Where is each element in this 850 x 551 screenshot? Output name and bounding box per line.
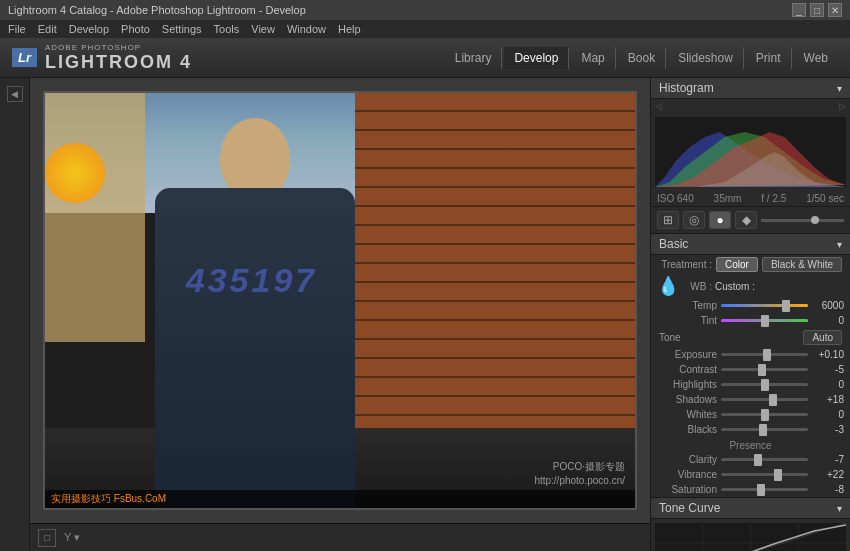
treatment-label: Treatment :: [657, 259, 712, 270]
tint-value: 0: [812, 315, 844, 326]
clarity-label: Clarity: [657, 454, 717, 465]
exposure-label: Exposure: [657, 349, 717, 360]
highlights-row: Highlights 0: [651, 377, 850, 392]
menu-window[interactable]: Window: [287, 23, 326, 35]
histogram-header[interactable]: Histogram ▾: [651, 78, 850, 99]
redeye-tool[interactable]: ●: [709, 211, 731, 229]
tab-develop[interactable]: Develop: [504, 47, 569, 69]
blacks-slider[interactable]: [721, 428, 808, 431]
highlights-thumb: [761, 379, 769, 391]
tint-row: Tint 0: [651, 313, 850, 328]
whites-row: Whites 0: [651, 407, 850, 422]
saturation-label: Saturation: [657, 484, 717, 495]
app-header: Lr ADOBE PHOTOSHOP LIGHTROOM 4 Library D…: [0, 38, 850, 78]
tab-web[interactable]: Web: [794, 47, 838, 69]
basic-header[interactable]: Basic ▾: [651, 234, 850, 255]
tint-slider[interactable]: [721, 319, 808, 322]
photo-display: 435197 POCO·摄影专题 http://photo.poco.cn/ 实…: [45, 93, 635, 508]
logo-area: Lr ADOBE PHOTOSHOP LIGHTROOM 4: [12, 43, 192, 73]
window-controls[interactable]: _ □ ✕: [792, 3, 842, 17]
contrast-label: Contrast: [657, 364, 717, 375]
minimize-button[interactable]: _: [792, 3, 806, 17]
tab-book[interactable]: Book: [618, 47, 666, 69]
whites-value: 0: [812, 409, 844, 420]
saturation-thumb: [757, 484, 765, 496]
temp-slider[interactable]: [721, 304, 808, 307]
shadows-slider[interactable]: [721, 398, 808, 401]
exposure-value: +0.10: [812, 349, 844, 360]
nav-tabs[interactable]: Library Develop Map Book Slideshow Print…: [445, 47, 838, 69]
bw-button[interactable]: Black & White: [762, 257, 842, 272]
basic-arrow: ▾: [837, 239, 842, 250]
shutter-value: 1/50 sec: [806, 193, 844, 204]
vibrance-row: Vibrance +22: [651, 467, 850, 482]
tint-label: Tint: [657, 315, 717, 326]
color-button[interactable]: Color: [716, 257, 758, 272]
grad-filter-tool[interactable]: ◆: [735, 211, 757, 229]
tone-curve-svg: [655, 523, 846, 551]
whites-slider[interactable]: [721, 413, 808, 416]
tool-slider-container: [761, 219, 844, 222]
contrast-value: -5: [812, 364, 844, 375]
wb-row: 💧 WB : Custom :: [651, 274, 850, 298]
menu-view[interactable]: View: [251, 23, 275, 35]
histogram-svg: [655, 117, 846, 187]
building-left: [45, 93, 145, 342]
shadows-thumb: [769, 394, 777, 406]
menu-help[interactable]: Help: [338, 23, 361, 35]
focal-value: 35mm: [714, 193, 742, 204]
zoom-label[interactable]: Y ▾: [64, 531, 80, 544]
blacks-thumb: [759, 424, 767, 436]
highlights-slider[interactable]: [721, 383, 808, 386]
menu-photo[interactable]: Photo: [121, 23, 150, 35]
vibrance-slider[interactable]: [721, 473, 808, 476]
clarity-value: -7: [812, 454, 844, 465]
watermark-fsfbus: 实用摄影技巧 FsBus.CoM: [45, 490, 635, 508]
tool-slider[interactable]: [761, 219, 844, 222]
person: [145, 118, 365, 508]
tab-map[interactable]: Map: [571, 47, 615, 69]
close-button[interactable]: ✕: [828, 3, 842, 17]
contrast-slider[interactable]: [721, 368, 808, 371]
person-body: [155, 188, 355, 508]
highlights-value: 0: [812, 379, 844, 390]
heal-tool[interactable]: ◎: [683, 211, 705, 229]
clarity-row: Clarity -7: [651, 452, 850, 467]
auto-button[interactable]: Auto: [803, 330, 842, 345]
menu-bar[interactable]: File Edit Develop Photo Settings Tools V…: [0, 20, 850, 38]
crop-tool[interactable]: ⊞: [657, 211, 679, 229]
tone-row: Tone Auto: [651, 328, 850, 347]
tone-curve-canvas: [655, 523, 846, 551]
shadows-label: Shadows: [657, 394, 717, 405]
center-area: 435197 POCO·摄影专题 http://photo.poco.cn/ 实…: [30, 78, 650, 551]
tone-curve-header[interactable]: Tone Curve ▾: [651, 498, 850, 519]
tools-row: ⊞ ◎ ● ◆: [651, 207, 850, 234]
vibrance-thumb: [774, 469, 782, 481]
tab-slideshow[interactable]: Slideshow: [668, 47, 744, 69]
saturation-row: Saturation -8: [651, 482, 850, 497]
vibrance-value: +22: [812, 469, 844, 480]
exposure-slider[interactable]: [721, 353, 808, 356]
whites-thumb: [761, 409, 769, 421]
menu-settings[interactable]: Settings: [162, 23, 202, 35]
temp-value: 6000: [812, 300, 844, 311]
tab-library[interactable]: Library: [445, 47, 503, 69]
eyedropper-icon[interactable]: 💧: [657, 275, 679, 297]
saturation-value: -8: [812, 484, 844, 495]
tab-print[interactable]: Print: [746, 47, 792, 69]
wb-value: Custom :: [715, 281, 844, 292]
tone-label: Tone: [659, 332, 681, 343]
flowers: [45, 143, 105, 203]
exposure-row: Exposure +0.10: [651, 347, 850, 362]
saturation-slider[interactable]: [721, 488, 808, 491]
menu-develop[interactable]: Develop: [69, 23, 109, 35]
left-panel-toggle[interactable]: ◀: [7, 86, 23, 102]
vibrance-label: Vibrance: [657, 469, 717, 480]
zoom-icon[interactable]: □: [38, 529, 56, 547]
temp-row: Temp 6000: [651, 298, 850, 313]
menu-edit[interactable]: Edit: [38, 23, 57, 35]
menu-tools[interactable]: Tools: [214, 23, 240, 35]
clarity-slider[interactable]: [721, 458, 808, 461]
menu-file[interactable]: File: [8, 23, 26, 35]
maximize-button[interactable]: □: [810, 3, 824, 17]
